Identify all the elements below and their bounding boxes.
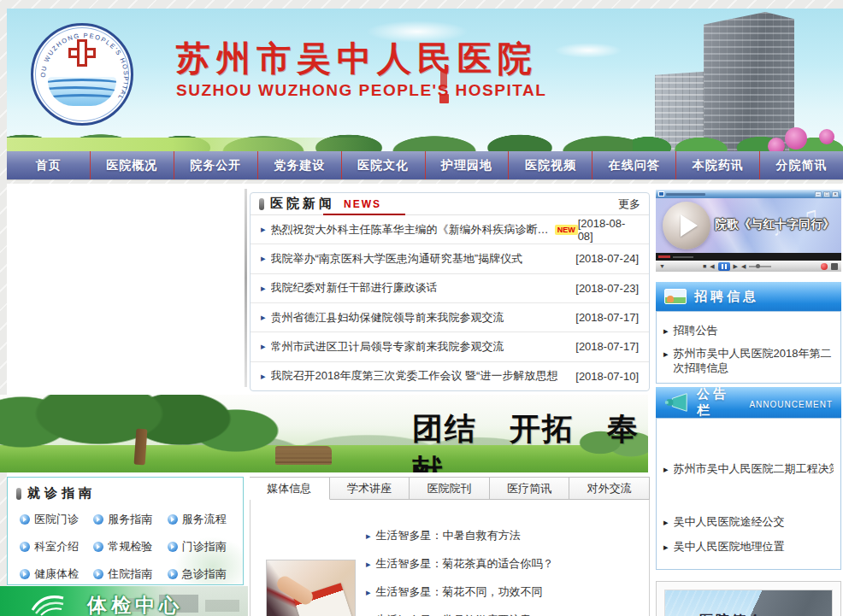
nav-item[interactable]: 医院文化: [342, 151, 426, 179]
media-item[interactable]: ▸ 生活智多星：菊花不同，功效不同: [366, 584, 642, 600]
volume-icon[interactable]: ◀: [741, 263, 746, 270]
news-item[interactable]: ▸ 贵州省德江县妇幼保健院领导前来我院参观交流 NEW [2018-07-17]: [251, 303, 649, 332]
recruit-list: ▸ 招聘公告 ▸ 苏州市吴中人民医院2018年第二次招聘信息: [656, 311, 841, 384]
arrow-bullet-icon: ▸: [261, 224, 266, 235]
media-tab[interactable]: 对外交流: [569, 477, 650, 500]
play-button[interactable]: [663, 202, 710, 249]
player-logo-icon: [658, 191, 664, 197]
checkup-center-label: 体检中心: [87, 592, 183, 616]
guide-item[interactable]: 门诊指南: [168, 539, 241, 554]
media-item-title: 生活智多星：菊花不同，功效不同: [376, 584, 543, 600]
guide-item-label: 常规检验: [108, 539, 152, 554]
guide-item-label: 住院指南: [108, 566, 152, 582]
main-nav: 首页 医院概况 院务公开 党务建设 医院文化 护理园地 医院视频 在线问答 本院…: [7, 151, 843, 179]
video-caption: 院歌《与红十字同行》: [715, 217, 834, 232]
guide-item-label: 健康体检: [34, 566, 79, 582]
arrow-bullet-icon: ▸: [663, 541, 669, 554]
guide-item[interactable]: 住院指南: [93, 566, 167, 582]
recruit-item[interactable]: ▸ 苏州市吴中人民医院2018年第二次招聘信息: [663, 346, 834, 376]
arrow-bullet-icon: ▸: [366, 559, 371, 570]
news-item[interactable]: ▸ 常州市武进区卫计局领导专家前来我院参观交流 NEW [2018-07-17]: [251, 332, 649, 361]
hospital-intro-box[interactable]: 医院简介: [656, 581, 841, 616]
guide-item-label: 服务指南: [108, 512, 152, 527]
next-button[interactable]: ▶: [734, 263, 738, 270]
pause-button[interactable]: [718, 262, 730, 271]
slogan-banner: 团结 开拓 奉献: [0, 395, 648, 472]
guide-item-label: 服务流程: [182, 512, 227, 527]
news-item-date: [2018-07-10]: [575, 370, 639, 383]
player-titlebar: – □ ×: [656, 190, 841, 198]
guide-item[interactable]: 急诊指南: [168, 566, 241, 582]
media-body: ▸ 生活智多星：中暑自救有方法 ▸ 生活智多星：菊花茶真的适合你吗？ ▸ 生活智…: [250, 500, 650, 616]
section-bullet-icon: [16, 488, 21, 500]
nav-item[interactable]: 医院概况: [91, 151, 174, 179]
volume-slider[interactable]: [749, 266, 771, 267]
circle-arrow-icon: [20, 542, 30, 552]
checkup-center-banner[interactable]: 体检中心: [0, 586, 248, 616]
news-item-date: [2018-08-08]: [578, 217, 639, 243]
circle-arrow-icon: [168, 514, 178, 525]
record-button[interactable]: [821, 263, 828, 270]
circle-arrow-icon: [20, 514, 30, 525]
nav-item[interactable]: 首页: [7, 151, 91, 179]
media-item[interactable]: ▸ 生活智多星：菊花茶真的适合你吗？: [366, 556, 642, 572]
guide-item[interactable]: 科室介绍: [20, 539, 93, 554]
nav-item[interactable]: 护理园地: [426, 151, 510, 179]
announcement-item[interactable]: ▸ 吴中人民医院途经公交: [663, 514, 834, 530]
media-tab[interactable]: 医疗简讯: [490, 477, 570, 500]
previous-button[interactable]: ◀: [710, 263, 714, 270]
guide-item[interactable]: 服务流程: [168, 512, 241, 527]
nav-item[interactable]: 本院药讯: [676, 151, 760, 179]
news-item-title: 我院召开2018年度第三次党委工作会议 暨“进一步解放思想: [271, 368, 558, 384]
player-menu-icon[interactable]: ▼: [659, 263, 665, 269]
circle-arrow-icon: [93, 542, 103, 552]
announcement-item-text: 吴中人民医院途经公交: [674, 514, 785, 530]
guide-item[interactable]: 医院门诊: [20, 512, 93, 527]
media-item[interactable]: ▸ 生活智多星：中暑自救有方法: [366, 528, 642, 543]
recruit-item[interactable]: ▸ 招聘公告: [663, 323, 834, 338]
news-item[interactable]: ▸ 我院召开2018年度第三次党委工作会议 暨“进一步解放思想 NEW [201…: [251, 362, 649, 390]
media-tab-bar: 媒体信息 学术讲座 医院院刊 医疗简讯 对外交流: [250, 477, 650, 500]
guide-item-label: 急诊指南: [182, 566, 227, 582]
nav-item[interactable]: 党务建设: [258, 151, 342, 179]
news-item[interactable]: ▸ 我院举办“南京医科大学医患沟通研究基地”揭牌仪式 NEW [2018-07-…: [251, 244, 649, 273]
maximize-button[interactable]: □: [823, 191, 830, 197]
newspaper-photo: [266, 560, 356, 616]
guide-item[interactable]: 健康体检: [20, 566, 93, 582]
arrow-bullet-icon: ▸: [261, 341, 266, 352]
media-tab[interactable]: 媒体信息: [250, 477, 330, 500]
grass-decoration: [7, 138, 374, 151]
news-item[interactable]: ▸ 热烈祝贺大外科主任陈革华主编的《新编外科疾病诊断与治 NEW [2018-0…: [251, 215, 649, 244]
slideshow-shadow: [245, 189, 247, 387]
playlist-button[interactable]: [831, 263, 838, 270]
guide-item[interactable]: 服务指南: [93, 512, 167, 527]
news-item-date: [2018-07-17]: [575, 340, 639, 353]
bushes-decoration: [633, 129, 843, 151]
nav-item[interactable]: 院务公开: [174, 151, 258, 179]
announcement-item[interactable]: ▸ 苏州市吴中人民医院二期工程决策事: [663, 461, 834, 477]
arrow-bullet-icon: ▸: [261, 371, 266, 382]
news-item-title: 我院纪委对新任干部进行廉政谈话: [271, 280, 438, 296]
nav-item[interactable]: 医院视频: [509, 151, 592, 179]
announcement-header: 公告栏 ANNOUNCEMENT: [656, 387, 841, 418]
nav-item[interactable]: 分院简讯: [760, 151, 843, 179]
hospital-building-photo: [633, 9, 843, 151]
news-more-link[interactable]: 更多: [618, 197, 640, 212]
news-item-date: [2018-07-23]: [575, 282, 639, 295]
media-item[interactable]: ▸ 生活智多星：常见旅游病要注意: [366, 613, 642, 616]
news-item-title: 热烈祝贺大外科主任陈革华主编的《新编外科疾病诊断与治: [271, 222, 551, 238]
announcement-item[interactable]: ▸ 吴中人民医院地理位置: [663, 539, 834, 554]
stop-button[interactable]: ■: [703, 263, 706, 269]
news-list: ▸ 热烈祝贺大外科主任陈革华主编的《新编外科疾病诊断与治 NEW [2018-0…: [251, 215, 649, 390]
site-title: 苏州市吴中人民医院 SUZHOU WUZHONG PEOPLE'S HOSPIT…: [176, 39, 546, 100]
close-button[interactable]: ×: [832, 191, 839, 197]
guide-item-label: 医院门诊: [34, 512, 79, 527]
minimize-button[interactable]: –: [815, 191, 822, 197]
news-item[interactable]: ▸ 我院纪委对新任干部进行廉政谈话 NEW [2018-07-23]: [251, 274, 649, 303]
guide-item[interactable]: 常规检验: [93, 539, 167, 554]
nav-item[interactable]: 在线问答: [592, 151, 676, 179]
circle-arrow-icon: [93, 569, 103, 579]
media-tab[interactable]: 学术讲座: [330, 477, 410, 500]
player-screen: ♫ ♪ 院歌《与红十字同行》: [656, 198, 841, 253]
media-tab[interactable]: 医院院刊: [410, 477, 490, 500]
